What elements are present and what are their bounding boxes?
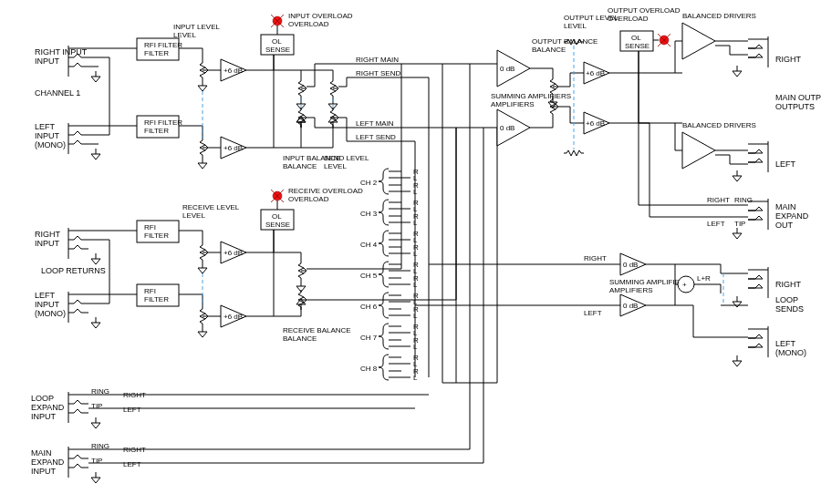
svg-text:RIGHT: RIGHT: [584, 254, 607, 262]
svg-text:LEFT: LEFT: [35, 291, 56, 300]
svg-text:SENSE: SENSE: [265, 221, 290, 229]
svg-text:+6 dB: +6 dB: [586, 119, 605, 128]
pot-input-balance-l: [298, 108, 307, 128]
svg-text:INPUT: INPUT: [35, 239, 60, 248]
svg-text:AMPLIFIERS: AMPLIFIERS: [609, 286, 653, 294]
svg-text:RIGHT MAIN: RIGHT MAIN: [356, 56, 399, 64]
svg-text:INPUT: INPUT: [35, 300, 60, 309]
svg-text:BALANCE: BALANCE: [283, 162, 317, 170]
svg-text:OL: OL: [631, 34, 641, 42]
pot-input-level-r: [200, 60, 208, 80]
svg-text:LEFT: LEFT: [123, 406, 141, 414]
svg-text:CH 3: CH 3: [360, 210, 378, 218]
svg-text:LEFT: LEFT: [775, 159, 796, 169]
svg-text:LEVEL: LEVEL: [564, 22, 587, 30]
label-receive-level: RECEIVE LEVEL: [182, 203, 240, 211]
svg-text:FILTER: FILTER: [144, 295, 169, 303]
svg-text:RFI: RFI: [144, 223, 156, 231]
svg-text:OVERLOAD: OVERLOAD: [288, 20, 329, 28]
jack-loop-return-r: [68, 228, 88, 259]
svg-text:FILTER: FILTER: [144, 231, 169, 240]
svg-text:RIGHT: RIGHT: [707, 196, 730, 204]
label-channel1: CHANNEL 1: [35, 88, 80, 98]
jack-main-out-r: [748, 36, 768, 67]
svg-text:RFI FILTER: RFI FILTER: [144, 118, 182, 127]
svg-text:RFI FILTER: RFI FILTER: [144, 41, 182, 49]
pot-input-balance-r: [298, 78, 307, 98]
svg-text:0 dB: 0 dB: [623, 302, 638, 310]
svg-text:FILTER: FILTER: [144, 127, 169, 135]
svg-text:OL: OL: [272, 212, 282, 221]
svg-text:+: +: [682, 281, 687, 289]
svg-text:0 dB: 0 dB: [500, 124, 514, 132]
svg-text:SENDS: SENDS: [775, 304, 804, 314]
label-receive-balance: RECEIVE BALANCE: [283, 326, 351, 334]
amp-balanced-driver-l: [682, 132, 715, 169]
jack-loop-send-r: [748, 267, 768, 298]
svg-text:+6 dB: +6 dB: [223, 144, 243, 152]
svg-text:BALANCE: BALANCE: [283, 334, 317, 343]
svg-text:RIGHT: RIGHT: [775, 280, 802, 289]
svg-text:CH 2: CH 2: [360, 179, 378, 187]
svg-text:+6 dB: +6 dB: [223, 67, 243, 75]
jack-loop-send-l: [748, 326, 768, 357]
svg-text:LEFT: LEFT: [707, 220, 725, 228]
led-output-overload: [658, 34, 670, 46]
svg-text:CH 5: CH 5: [360, 272, 378, 280]
svg-text:(MONO): (MONO): [35, 140, 66, 149]
pot-input-level-l: [200, 138, 208, 158]
svg-text:OUTPUTS: OUTPUTS: [775, 102, 815, 111]
svg-text:0 dB: 0 dB: [623, 261, 638, 269]
jack-loop-expand-input: [68, 392, 88, 423]
svg-text:LEFT: LEFT: [123, 460, 141, 468]
svg-text:BALANCE: BALANCE: [532, 46, 566, 54]
label-input-overload: INPUT OVERLOAD: [288, 12, 353, 20]
svg-text:LOOP: LOOP: [775, 295, 798, 304]
svg-text:+6 dB: +6 dB: [223, 249, 243, 257]
svg-text:LEFT: LEFT: [775, 339, 796, 348]
svg-text:CH 8: CH 8: [360, 365, 378, 373]
svg-text:EXPAND: EXPAND: [31, 403, 65, 412]
jack-main-out-l: [748, 141, 768, 172]
svg-text:+6 dB: +6 dB: [223, 313, 243, 321]
channel-brackets: CH 2 R L R L CH 3RLRL CH 4RLRL CH 5RLRL …: [360, 168, 419, 382]
svg-text:AMPLIFIERS: AMPLIFIERS: [491, 100, 535, 108]
svg-text:LOOP: LOOP: [31, 394, 54, 403]
svg-text:CH 7: CH 7: [360, 334, 378, 342]
svg-text:LEFT: LEFT: [584, 309, 602, 317]
label-loop-returns: LOOP RETURNS: [41, 266, 106, 275]
jack-loop-return-l: [68, 292, 88, 323]
svg-text:RING: RING: [734, 196, 753, 204]
svg-text:SENSE: SENSE: [625, 42, 650, 50]
svg-text:RIGHT SEND: RIGHT SEND: [356, 69, 400, 77]
svg-text:SENSE: SENSE: [265, 46, 290, 54]
svg-text:MAIN: MAIN: [775, 202, 796, 211]
svg-text:CH 6: CH 6: [360, 303, 378, 311]
svg-text:INPUT: INPUT: [35, 131, 60, 140]
svg-text:OL: OL: [272, 37, 282, 46]
label-right-input2: INPUT: [35, 57, 60, 66]
svg-text:0 dB: 0 dB: [500, 65, 514, 73]
svg-text:MAIN: MAIN: [31, 448, 52, 458]
svg-text:LEFT MAIN: LEFT MAIN: [356, 119, 394, 128]
label-left-input: LEFT: [35, 122, 56, 131]
label-summing-amps-main: SUMMING AMPLIFIERS: [491, 92, 571, 100]
svg-text:LEVEL: LEVEL: [173, 31, 196, 39]
svg-text:RECEIVE OVERLOAD: RECEIVE OVERLOAD: [288, 187, 363, 195]
svg-text:FILTER: FILTER: [144, 49, 169, 57]
svg-text:TIP: TIP: [91, 457, 102, 465]
svg-text:OUTPUT OVERLOAD: OUTPUT OVERLOAD: [608, 6, 681, 15]
amp-balanced-driver-r: [682, 23, 715, 59]
jack-left-input-mono: [68, 123, 88, 154]
svg-text:+6 dB: +6 dB: [586, 69, 605, 77]
svg-text:CH 4: CH 4: [360, 241, 378, 249]
svg-text:RIGHT: RIGHT: [775, 55, 802, 64]
svg-text:OVERLOAD: OVERLOAD: [608, 15, 649, 23]
pot-send-level-l: [330, 108, 338, 128]
led-input-overload: [271, 15, 284, 27]
svg-text:TIP: TIP: [734, 220, 745, 228]
svg-text:LEVEL: LEVEL: [182, 211, 205, 220]
svg-text:EXPAND: EXPAND: [775, 211, 809, 221]
svg-text:LEVEL: LEVEL: [324, 162, 347, 170]
svg-text:LEFT SEND: LEFT SEND: [356, 133, 396, 141]
